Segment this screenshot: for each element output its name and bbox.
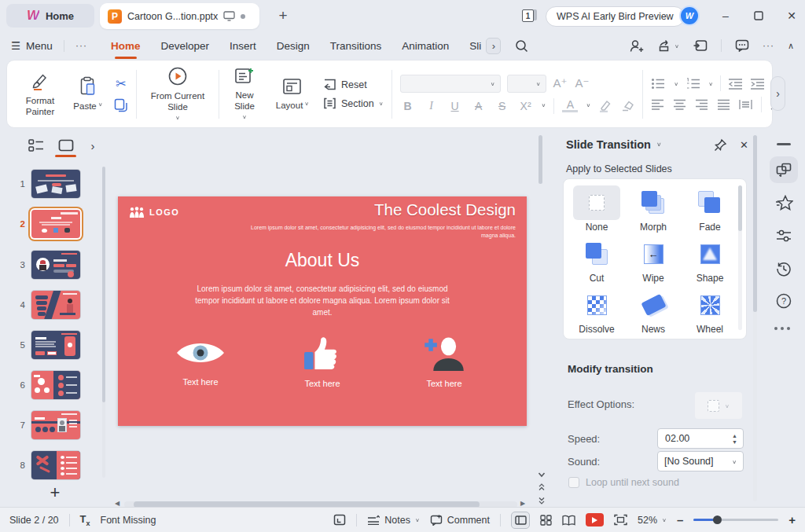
- tab-insert[interactable]: Insert: [230, 40, 256, 52]
- share-user-icon[interactable]: [630, 39, 645, 53]
- transition-news[interactable]: News: [625, 288, 682, 336]
- main-menu-button[interactable]: ☰ Menu: [11, 39, 53, 52]
- slide-6-thumbnail[interactable]: [31, 371, 80, 399]
- rail-transition-button[interactable]: [770, 156, 798, 183]
- transition-morph[interactable]: Morph: [625, 185, 682, 234]
- superscript-button[interactable]: X²: [518, 100, 534, 112]
- highlight-color-button[interactable]: [598, 100, 612, 112]
- slide-3-row[interactable]: 3: [14, 249, 97, 281]
- slide-7-row[interactable]: 7: [14, 409, 97, 441]
- slide-8-thumbnail[interactable]: [31, 451, 80, 479]
- bold-button[interactable]: B: [400, 100, 416, 112]
- tab-slideshow-truncated[interactable]: Sli: [469, 40, 481, 52]
- char-spacing-button[interactable]: A: [471, 100, 487, 112]
- font-color-button[interactable]: A: [562, 99, 578, 112]
- rail-history-button[interactable]: [774, 259, 794, 279]
- spin-down-icon[interactable]: ▼: [732, 439, 737, 445]
- paste-button[interactable]: Paste∨: [70, 76, 106, 112]
- new-tab-button[interactable]: +: [274, 6, 292, 25]
- strikethrough-button[interactable]: S: [494, 100, 510, 112]
- format-painter-button[interactable]: Format Painter: [18, 71, 62, 118]
- comment-bubble-icon[interactable]: [735, 39, 749, 52]
- italic-button[interactable]: I: [424, 100, 439, 112]
- font-missing-label[interactable]: Font Missing: [101, 515, 156, 526]
- tab-home[interactable]: Home: [111, 40, 141, 52]
- account-avatar[interactable]: W: [679, 6, 700, 26]
- slide-7-thumbnail[interactable]: [31, 411, 80, 439]
- tab-design[interactable]: Design: [277, 40, 310, 52]
- increase-font-button[interactable]: A⁺: [553, 76, 568, 90]
- section-button[interactable]: Section ∨: [323, 97, 384, 109]
- decrease-font-button[interactable]: A⁻: [575, 76, 590, 90]
- transition-dissolve[interactable]: Dissolve: [568, 288, 625, 336]
- tab-transitions[interactable]: Transitions: [330, 40, 382, 52]
- align-center-button[interactable]: [673, 99, 686, 110]
- zoom-in-button[interactable]: +: [788, 513, 796, 526]
- numbered-list-button[interactable]: [686, 78, 701, 90]
- transition-wipe[interactable]: ← Wipe: [625, 237, 682, 285]
- slide-2-row[interactable]: 2: [14, 208, 97, 240]
- share-button[interactable]: ∨: [658, 39, 679, 53]
- slide-view-toggle[interactable]: [57, 137, 75, 154]
- rail-object-properties-button[interactable]: [774, 226, 794, 246]
- ribbon-expand-button[interactable]: ›: [770, 76, 785, 111]
- decrease-indent-button[interactable]: [728, 78, 743, 90]
- scroll-down-icon[interactable]: [537, 470, 546, 479]
- underline-button[interactable]: U: [447, 100, 463, 112]
- pin-to-tab-icon[interactable]: [693, 39, 708, 52]
- search-button[interactable]: [515, 39, 528, 53]
- clear-format-icon[interactable]: [620, 100, 634, 112]
- comment-button[interactable]: Comment: [430, 515, 490, 526]
- fit-to-window-button[interactable]: [614, 514, 627, 526]
- align-right-button[interactable]: [695, 99, 708, 110]
- font-name-select[interactable]: ∨: [400, 75, 501, 93]
- rail-animation-button[interactable]: [774, 193, 794, 213]
- task-window-badge[interactable]: 1: [522, 9, 539, 23]
- slide-8-row[interactable]: 8: [14, 449, 97, 481]
- slide-canvas[interactable]: LOGO The Coolest Design Lorem ipsum dolo…: [118, 196, 527, 426]
- spin-up-icon[interactable]: ▲: [732, 433, 737, 438]
- rail-more-button[interactable]: [774, 327, 790, 330]
- reset-button[interactable]: Reset: [323, 79, 367, 90]
- editor-vertical-scrollbar[interactable]: [539, 135, 542, 184]
- reading-view-button[interactable]: [562, 515, 575, 526]
- slide-1-row[interactable]: 1: [14, 168, 97, 200]
- collapse-ribbon-button[interactable]: ∧: [788, 41, 794, 51]
- layout-button[interactable]: Layout∨: [270, 77, 315, 111]
- panel-scrollbar-thumb[interactable]: [753, 135, 757, 312]
- justify-button[interactable]: [717, 99, 730, 110]
- collapse-sidebar-handle[interactable]: [777, 143, 791, 145]
- increase-indent-button[interactable]: [750, 78, 765, 90]
- next-slide-icon[interactable]: [537, 496, 546, 505]
- transition-fade[interactable]: Fade: [682, 185, 738, 234]
- tab-developer[interactable]: Developer: [160, 40, 209, 52]
- document-tab[interactable]: P Cartoon G...tion.pptx: [100, 3, 259, 29]
- transition-none[interactable]: None: [568, 185, 625, 234]
- zoom-slider-knob[interactable]: [713, 515, 722, 524]
- more-tabs-button[interactable]: ›: [486, 38, 501, 54]
- outline-view-toggle[interactable]: [27, 137, 46, 154]
- spinner-arrows[interactable]: ▲▼: [732, 433, 737, 445]
- slide-4-row[interactable]: 4: [14, 289, 97, 321]
- new-slide-button[interactable]: New Slide∨: [227, 67, 262, 122]
- slide-4-thumbnail[interactable]: [31, 291, 80, 319]
- distribute-text-button[interactable]: [739, 99, 752, 110]
- window-minimize-button[interactable]: –: [715, 6, 736, 25]
- slide-5-thumbnail[interactable]: [31, 331, 80, 359]
- slide-1-thumbnail[interactable]: [31, 170, 80, 198]
- scroll-left-icon[interactable]: ◀: [115, 500, 119, 507]
- transition-shape[interactable]: Shape: [682, 237, 738, 285]
- add-slide-button[interactable]: +: [44, 482, 66, 504]
- bullet-list-button[interactable]: [651, 78, 667, 90]
- wps-ai-button[interactable]: WPS AI Early Bird Preview: [546, 6, 685, 27]
- rail-help-button[interactable]: ?: [774, 291, 794, 311]
- scroll-right-icon[interactable]: ▶: [520, 500, 525, 507]
- speed-spinner[interactable]: ▲▼: [657, 428, 744, 449]
- more-actions-button[interactable]: ···: [763, 40, 774, 51]
- chevron-down-icon[interactable]: ∨: [656, 141, 662, 148]
- speed-input[interactable]: [658, 433, 719, 444]
- slide-3-thumbnail[interactable]: [31, 251, 80, 279]
- slideshow-play-button[interactable]: [586, 513, 604, 526]
- loop-sound-checkbox[interactable]: [568, 477, 579, 488]
- quick-access-more-button[interactable]: ···: [75, 40, 87, 51]
